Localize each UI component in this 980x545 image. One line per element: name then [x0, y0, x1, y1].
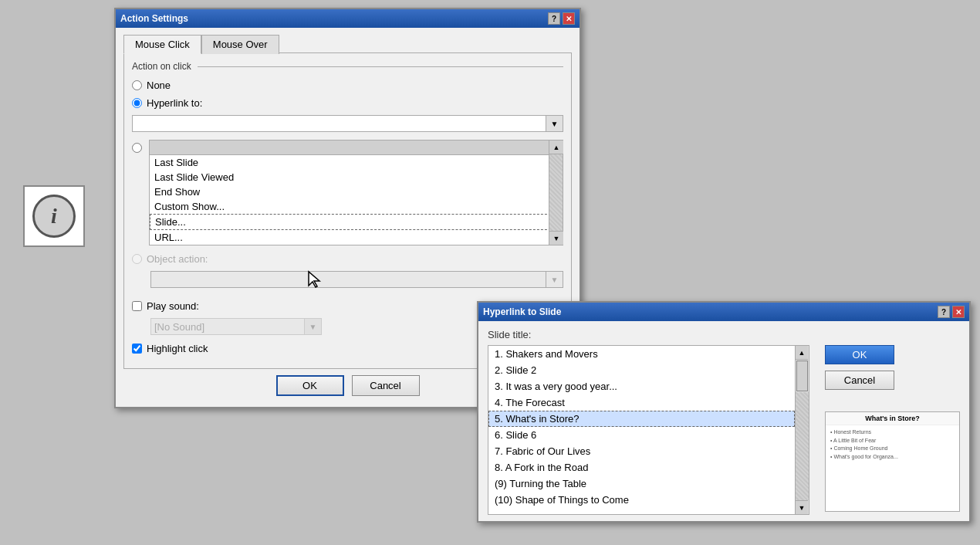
- hyperlink-dialog-title: Hyperlink to Slide: [483, 306, 561, 317]
- hyperlink-to-slide-dialog: Hyperlink to Slide ? ✕ Slide title: 1. S…: [477, 301, 971, 523]
- slide-list: 1. Shakers and Movers 2. Slide 2 3. It w…: [488, 345, 796, 515]
- hyperlink-title-bar[interactable]: Hyperlink to Slide ? ✕: [478, 303, 969, 321]
- hyperlink-dropdown-arrow[interactable]: ▼: [546, 115, 563, 132]
- slide-list-scrollbar: ▲ ▼: [796, 345, 809, 515]
- slide-scroll-track: [796, 392, 809, 500]
- hyperlink-content: 1. Shakers and Movers 2. Slide 2 3. It w…: [488, 345, 960, 515]
- preview-line-3: • Coming Home Ground: [830, 445, 955, 453]
- list-item-custom-show[interactable]: Custom Show...: [150, 199, 563, 214]
- list-scrollbar: ▲ ▼: [549, 140, 563, 245]
- play-sound-label: Play sound:: [147, 300, 199, 312]
- hyperlink-radio-row: Hyperlink to:: [132, 97, 563, 109]
- list-scroll-track: [549, 154, 563, 231]
- hyperlink-close-button[interactable]: ✕: [952, 306, 965, 318]
- list-scroll-up: ▲: [150, 140, 563, 155]
- slide-item-5[interactable]: 5. What's in Store?: [488, 411, 795, 427]
- info-icon: i: [32, 195, 76, 238]
- none-label: None: [147, 80, 171, 91]
- slide-item-4[interactable]: 4. The Forecast: [488, 394, 795, 411]
- slide-title-label: Slide title:: [488, 329, 960, 340]
- tab-mouse-click[interactable]: Mouse Click: [123, 35, 201, 54]
- sound-dropdown-arrow: ▼: [305, 318, 322, 335]
- preview-title: What's in Store?: [826, 412, 959, 425]
- preview-line-2: • A Little Bit of Fear: [830, 437, 955, 445]
- dialog-title: Action Settings: [120, 13, 188, 24]
- slide-scroll-thumb[interactable]: [796, 361, 808, 391]
- slide-scroll-up[interactable]: ▲: [796, 346, 808, 360]
- hyperlink-body: Slide title: 1. Shakers and Movers 2. Sl…: [478, 321, 969, 521]
- object-action-dropdown-arrow: ▼: [546, 271, 563, 288]
- hyperlink-title-buttons: ? ✕: [938, 306, 965, 318]
- slide-item-9[interactable]: (9) Turning the Table: [488, 476, 795, 492]
- list-item-end-show[interactable]: End Show: [150, 184, 563, 199]
- run-program-radio[interactable]: [132, 143, 142, 153]
- slide-item-10[interactable]: (10) Shape of Things to Come: [488, 492, 795, 508]
- object-action-radio-row: Object action:: [132, 253, 563, 265]
- none-radio-row: None: [132, 80, 563, 91]
- slide-scroll-down[interactable]: ▼: [796, 500, 808, 514]
- highlight-click-checkbox[interactable]: [132, 344, 142, 354]
- title-bar-buttons: ? ✕: [548, 12, 575, 25]
- preview-line-4: • What's good for Organza...: [830, 453, 955, 462]
- dropdown-list-container: ▲ Last Slide Last Slide Viewed End Show …: [132, 140, 563, 245]
- slide-item-6[interactable]: 6. Slide 6: [488, 427, 795, 443]
- hyperlink-cancel-button[interactable]: Cancel: [825, 371, 894, 390]
- close-button[interactable]: ✕: [563, 12, 575, 25]
- info-icon-box: i: [23, 185, 85, 247]
- slide-item-7[interactable]: 7. Fabric of Our Lives: [488, 443, 795, 459]
- object-action-combo-row: ▼: [150, 271, 563, 288]
- tab-mouse-over[interactable]: Mouse Over: [201, 35, 279, 54]
- list-scroll-up-btn[interactable]: ▲: [549, 140, 563, 154]
- slide-list-wrapper: 1. Shakers and Movers 2. Slide 2 3. It w…: [488, 345, 809, 515]
- object-action-radio[interactable]: [132, 254, 142, 264]
- list-item-last-slide-viewed[interactable]: Last Slide Viewed: [150, 170, 563, 184]
- highlight-click-label: Highlight click: [147, 343, 208, 354]
- tab-bar: Mouse Click Mouse Over: [123, 34, 572, 53]
- none-radio[interactable]: [132, 80, 142, 90]
- object-action-input: [150, 271, 546, 288]
- sound-input: [150, 318, 305, 335]
- hyperlink-help-button[interactable]: ?: [938, 306, 950, 318]
- ok-button[interactable]: OK: [276, 375, 344, 396]
- list-item-slide[interactable]: Slide...: [150, 214, 563, 230]
- hyperlink-right-panel: OK Cancel What's in Store? • Honest Retu…: [825, 345, 960, 515]
- slide-item-8[interactable]: 8. A Fork in the Road: [488, 459, 795, 476]
- slide-preview-box: What's in Store? • Honest Returns • A Li…: [825, 411, 960, 512]
- hyperlink-ok-button[interactable]: OK: [825, 345, 894, 364]
- preview-content: • Honest Returns • A Little Bit of Fear …: [826, 425, 959, 464]
- slide-item-1[interactable]: 1. Shakers and Movers: [488, 346, 795, 362]
- hyperlink-label: Hyperlink to:: [147, 97, 202, 109]
- play-sound-checkbox[interactable]: [132, 301, 142, 311]
- slide-item-3[interactable]: 3. It was a very good year...: [488, 378, 795, 394]
- action-settings-title-bar[interactable]: Action Settings ? ✕: [116, 9, 580, 28]
- run-program-radio-placeholder: [132, 140, 149, 245]
- dropdown-list: ▲ Last Slide Last Slide Viewed End Show …: [149, 140, 563, 245]
- object-action-label: Object action:: [147, 253, 208, 265]
- hyperlink-input[interactable]: [132, 115, 546, 132]
- list-scroll-down-btn[interactable]: ▼: [549, 231, 563, 245]
- hyperlink-radio[interactable]: [132, 98, 142, 108]
- help-button[interactable]: ?: [548, 12, 560, 25]
- list-item-url[interactable]: URL...: [150, 230, 563, 245]
- list-item-last-slide[interactable]: Last Slide: [150, 155, 563, 170]
- hyperlink-combo-row: ▼: [132, 115, 563, 132]
- action-on-click-label: Action on click: [132, 61, 563, 72]
- slide-item-2[interactable]: 2. Slide 2: [488, 362, 795, 378]
- cancel-button[interactable]: Cancel: [352, 375, 420, 396]
- preview-line-1: • Honest Returns: [830, 428, 955, 437]
